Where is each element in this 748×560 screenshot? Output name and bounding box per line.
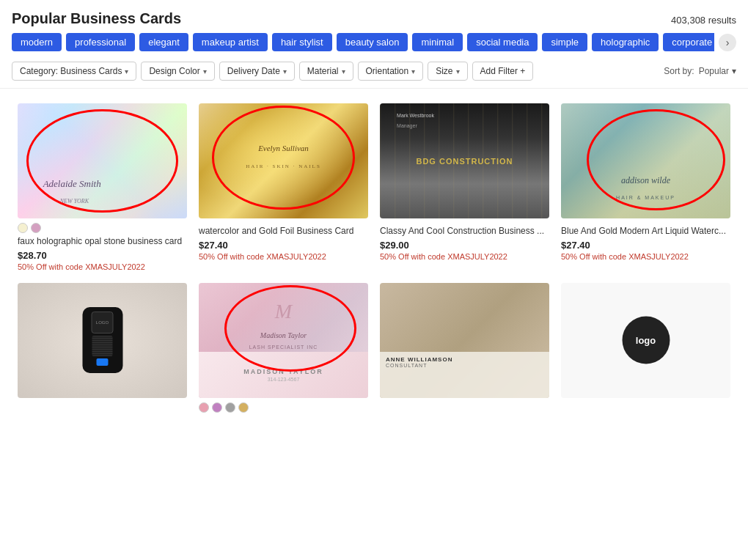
product-promo: 50% Off with code XMASJULY2022: [380, 252, 549, 261]
page-header: Popular Business Cards 403,308 results: [0, 0, 748, 33]
color-dot[interactable]: [225, 402, 235, 413]
filter-add-filter-+[interactable]: Add Filter +: [472, 62, 534, 81]
product-card[interactable]: Adelaide Smith NEW YORKfaux holographic …: [12, 97, 193, 277]
tag-simple[interactable]: simple: [542, 33, 587, 51]
color-dot[interactable]: [199, 402, 209, 413]
product-price: $27.40: [199, 240, 368, 251]
filter-size[interactable]: Size▾: [428, 62, 467, 81]
product-image: Mark Westbrook Manager BDG CONSTRUCTION: [380, 103, 549, 218]
filter-delivery-date[interactable]: Delivery Date▾: [219, 62, 295, 81]
filter-arrow-icon: ▾: [283, 67, 287, 75]
product-card[interactable]: ANNE WILLIAMSON CONSULTANT: [374, 277, 555, 421]
sort-section: Sort by: Popular ▾: [664, 66, 736, 76]
product-price: $28.70: [18, 250, 187, 261]
color-dot[interactable]: [238, 402, 249, 413]
tags-container: modernprofessionalelegantmakeup artistha…: [12, 33, 714, 51]
tag-filter-row: modernprofessionalelegantmakeup artistha…: [0, 33, 748, 57]
product-image: LOGO: [18, 283, 187, 398]
filter-design-color[interactable]: Design Color▾: [141, 62, 214, 81]
product-title: Classy And Cool Construction Business ..…: [380, 226, 549, 237]
tag-corporate[interactable]: corporate: [663, 33, 714, 51]
filter-material[interactable]: Material▾: [299, 62, 353, 81]
product-card[interactable]: Evelyn Sullivan HAIR · SKIN · NAILSwater…: [193, 97, 374, 277]
product-promo: 50% Off with code XMASJULY2022: [561, 252, 730, 261]
product-card[interactable]: M Madison Taylor LASH SPECIALIST INC MAD…: [193, 277, 374, 421]
color-options: [18, 223, 187, 233]
filter-orientation[interactable]: Orientation▾: [358, 62, 424, 81]
product-promo: 50% Off with code XMASJULY2022: [199, 252, 368, 261]
sort-arrow-icon: ▾: [732, 66, 736, 76]
product-image: Evelyn Sullivan HAIR · SKIN · NAILS: [199, 103, 368, 218]
tag-scroll-right[interactable]: ›: [719, 34, 736, 51]
page-title: Popular Business Cards: [12, 10, 181, 27]
product-title: watercolor and Gold Foil Business Card: [199, 226, 368, 237]
tag-professional[interactable]: professional: [66, 33, 135, 51]
product-card[interactable]: Mark Westbrook Manager BDG CONSTRUCTIONC…: [374, 97, 555, 277]
product-image: addison wilde HAIR & MAKEUP: [561, 103, 730, 218]
filter-category:-business-cards[interactable]: Category: Business Cards▾: [12, 62, 136, 81]
tag-social-media[interactable]: social media: [467, 33, 538, 51]
filter-arrow-icon: ▾: [203, 67, 207, 75]
tag-elegant[interactable]: elegant: [139, 33, 188, 51]
color-options: [199, 402, 368, 413]
filter-row: Category: Business Cards▾Design Color▾De…: [0, 57, 748, 89]
product-image: Adelaide Smith NEW YORK: [18, 103, 187, 218]
tag-hair-stylist[interactable]: hair stylist: [272, 33, 332, 51]
color-dot[interactable]: [31, 223, 41, 233]
tag-beauty-salon[interactable]: beauty salon: [337, 33, 408, 51]
color-dot[interactable]: [18, 223, 28, 233]
tag-minimal[interactable]: minimal: [412, 33, 463, 51]
product-title: faux holographic opal stone business car…: [18, 236, 187, 248]
product-image: ANNE WILLIAMSON CONSULTANT: [380, 283, 549, 398]
sort-value: Popular: [699, 66, 729, 76]
sort-label: Sort by:: [664, 66, 694, 76]
color-dot[interactable]: [212, 402, 222, 413]
tag-makeup-artist[interactable]: makeup artist: [193, 33, 268, 51]
tag-holographic[interactable]: holographic: [592, 33, 659, 51]
filter-arrow-icon: ▾: [456, 67, 460, 75]
product-card[interactable]: logo: [555, 277, 736, 421]
product-image: M Madison Taylor LASH SPECIALIST INC MAD…: [199, 283, 368, 398]
filter-arrow-icon: ▾: [411, 67, 415, 75]
product-price: $29.00: [380, 240, 549, 251]
product-price: $27.40: [561, 240, 730, 251]
product-card[interactable]: addison wilde HAIR & MAKEUPBlue And Gold…: [555, 97, 736, 277]
product-grid: Adelaide Smith NEW YORKfaux holographic …: [0, 89, 748, 430]
results-count: 403,308 results: [671, 15, 736, 26]
product-image: logo: [561, 283, 730, 398]
filter-arrow-icon: ▾: [125, 67, 128, 75]
product-promo: 50% Off with code XMASJULY2022: [18, 262, 187, 271]
product-title: Blue And Gold Modern Art Liquid Waterc..…: [561, 226, 730, 237]
sort-button[interactable]: Popular ▾: [699, 66, 736, 76]
product-card[interactable]: LOGO: [12, 277, 193, 421]
filter-arrow-icon: ▾: [342, 67, 345, 75]
tag-modern[interactable]: modern: [12, 33, 62, 51]
